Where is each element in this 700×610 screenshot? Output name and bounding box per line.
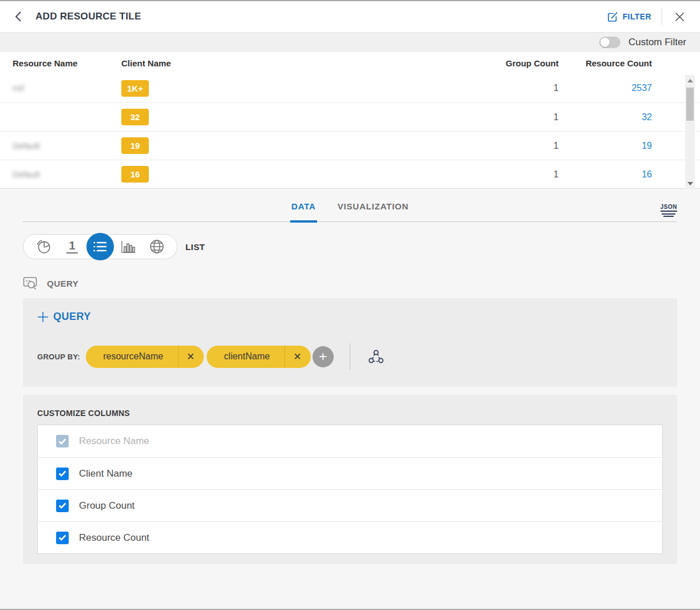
query-section-header: QUERY — [0, 259, 700, 290]
column-toggle-row: Group Count — [38, 489, 662, 521]
tabs-section: DATA VISUALIZATION JSON — [0, 189, 700, 222]
scrollbar-down-arrow-icon[interactable] — [685, 179, 695, 188]
page-title: ADD RESOURCE TILE — [35, 11, 141, 22]
group-by-divider — [350, 343, 350, 370]
list-tile-icon[interactable] — [86, 233, 114, 260]
plus-icon — [37, 311, 49, 323]
edit-filter-icon — [607, 11, 618, 22]
close-icon — [675, 12, 685, 22]
column-header-resource-count: Resource Count — [559, 58, 676, 68]
group-by-pill: resourceName✕ — [86, 346, 204, 368]
column-checkbox[interactable] — [56, 532, 69, 544]
bar-chart-icon[interactable] — [114, 234, 143, 259]
column-header-group-count: Group Count — [416, 58, 559, 68]
header: ADD RESOURCE TILE FILTER — [0, 1, 700, 32]
add-query-label: QUERY — [53, 311, 91, 323]
resource-count-link[interactable]: 32 — [642, 112, 652, 122]
scrollbar-thumb[interactable] — [686, 88, 694, 121]
column-checkbox[interactable] — [56, 468, 69, 480]
tab-visualization[interactable]: VISUALIZATION — [337, 201, 410, 221]
column-checkbox — [56, 435, 69, 447]
query-section-label: QUERY — [47, 279, 78, 288]
column-header-client-name: Client Name — [118, 58, 416, 68]
resource-count-link[interactable]: 19 — [642, 141, 652, 150]
scrollbar-up-arrow-icon[interactable] — [685, 76, 695, 85]
query-search-icon — [23, 276, 39, 290]
resource-count-link[interactable]: 16 — [642, 169, 652, 179]
bottom-spacer — [0, 564, 700, 610]
globe-icon[interactable] — [143, 234, 171, 259]
group-count-value: 1 — [416, 169, 559, 180]
group-by-pill: clientName✕ — [207, 346, 310, 368]
client-count-badge[interactable]: 1K+ — [121, 80, 149, 97]
table-row: Default19119 — [0, 131, 700, 160]
column-toggle-row: Client Name — [38, 457, 662, 489]
filter-button-label: FILTER — [623, 12, 651, 21]
table-header-row: Resource Name Client Name Group Count Re… — [0, 52, 700, 74]
preview-table: Resource Name Client Name Group Count Re… — [0, 52, 700, 189]
add-group-by-button[interactable]: + — [313, 346, 334, 367]
custom-filter-label: Custom Filter — [628, 37, 686, 48]
column-checkbox-label: Resource Count — [79, 532, 149, 544]
group-by-pill-label: resourceName — [86, 346, 178, 368]
group-by-row: GROUP BY: resourceName✕clientName✕ + — [37, 343, 663, 370]
columns-list: Resource NameClient NameGroup CountResou… — [37, 425, 663, 554]
json-view-button[interactable]: JSON — [661, 204, 677, 217]
column-checkbox-label: Client Name — [79, 468, 133, 480]
custom-filter-toggle[interactable] — [599, 37, 620, 48]
remove-pill-icon[interactable]: ✕ — [284, 346, 310, 368]
group-count-value: 1 — [416, 112, 559, 122]
column-header-resource-name: Resource Name — [0, 58, 118, 68]
client-count-badge[interactable]: 32 — [121, 109, 149, 125]
column-checkbox-label: Resource Name — [79, 435, 149, 447]
close-button[interactable] — [673, 10, 686, 23]
column-checkbox-label: Group Count — [79, 500, 135, 512]
group-by-pill-label: clientName — [207, 346, 284, 368]
customize-columns-panel: CUSTOMIZE COLUMNS Resource NameClient Na… — [23, 395, 677, 564]
table-scrollbar[interactable] — [685, 75, 695, 189]
client-count-badge[interactable]: 19 — [121, 137, 149, 154]
remove-pill-icon[interactable]: ✕ — [178, 346, 204, 368]
resource-count-link[interactable]: 2537 — [631, 83, 652, 93]
client-count-badge[interactable]: 16 — [121, 166, 149, 183]
selected-tile-type-label: LIST — [185, 242, 205, 252]
table-row: 32132 — [0, 102, 700, 131]
resource-name-redacted: Default — [13, 169, 40, 179]
json-icon: JSON — [661, 204, 677, 212]
column-toggle-row: Resource Count — [38, 521, 662, 553]
column-toggle-row: Resource Name — [38, 425, 662, 457]
group-count-value: 1 — [416, 141, 559, 151]
filter-button[interactable]: FILTER — [607, 11, 651, 22]
header-divider — [662, 8, 662, 25]
back-button[interactable] — [15, 10, 27, 23]
query-panel: QUERY GROUP BY: resourceName✕clientName✕… — [23, 298, 677, 387]
resource-name-redacted: Default — [13, 141, 40, 150]
customize-columns-heading: CUSTOMIZE COLUMNS — [37, 409, 663, 418]
toggle-knob — [600, 38, 610, 47]
custom-filter-bar: Custom Filter — [0, 32, 700, 52]
chevron-left-icon — [15, 11, 22, 22]
number-tile-icon[interactable]: 1 — [58, 234, 86, 259]
add-query-button[interactable]: QUERY — [37, 311, 91, 323]
pie-chart-icon[interactable] — [29, 234, 58, 259]
column-checkbox[interactable] — [56, 500, 69, 512]
group-by-label: GROUP BY: — [37, 352, 80, 361]
table-row: Default16116 — [0, 160, 700, 188]
tile-type-selector: 1 — [0, 222, 700, 259]
group-count-value: 1 — [416, 83, 559, 93]
table-row: nsf1K+12537 — [0, 74, 700, 102]
table-body: nsf1K+1253732132Default19119Default16116 — [0, 74, 700, 188]
cluster-group-icon[interactable] — [366, 348, 386, 365]
tab-data[interactable]: DATA — [290, 201, 317, 221]
resource-name-redacted: nsf — [13, 83, 24, 93]
